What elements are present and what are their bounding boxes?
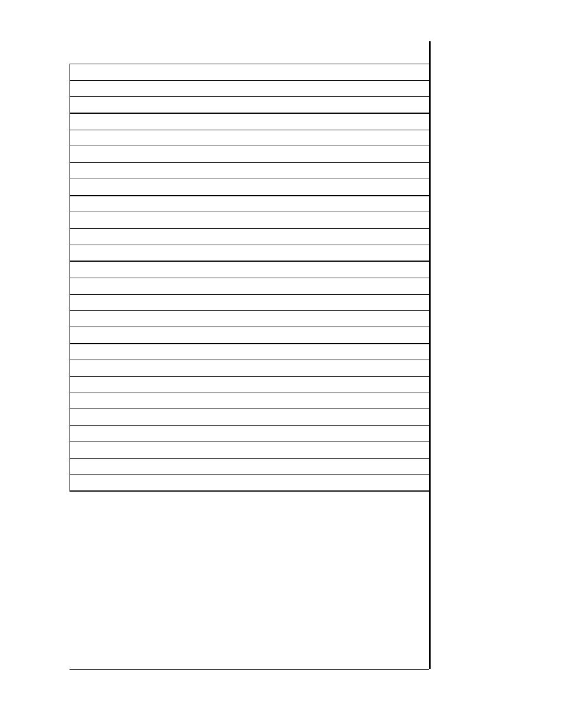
- table-row: [70, 262, 429, 278]
- table-row: [70, 295, 429, 311]
- footer-rule: [70, 669, 429, 670]
- table-row: [70, 81, 429, 97]
- table-row: [70, 327, 429, 344]
- table-row: [70, 196, 429, 213]
- table-row: [70, 475, 429, 492]
- table-row: [70, 442, 429, 459]
- table-row: [70, 130, 429, 147]
- page: [0, 0, 562, 728]
- table-row: [70, 426, 429, 442]
- table-row: [70, 278, 429, 295]
- table-row: [70, 163, 429, 179]
- table-row: [70, 360, 429, 377]
- table-row: [70, 97, 429, 114]
- table-row: [70, 229, 429, 245]
- table-row: [70, 64, 429, 81]
- table-row: [70, 344, 429, 361]
- table-row: [70, 409, 429, 426]
- table-row: [70, 179, 429, 196]
- table-row: [70, 393, 429, 410]
- table-row: [70, 114, 429, 130]
- table-row: [70, 245, 429, 262]
- table-row: [70, 459, 429, 475]
- table-row: [70, 212, 429, 229]
- table-row: [70, 311, 429, 327]
- table-row: [70, 377, 429, 393]
- empty-table: [70, 64, 429, 492]
- table-row: [70, 146, 429, 163]
